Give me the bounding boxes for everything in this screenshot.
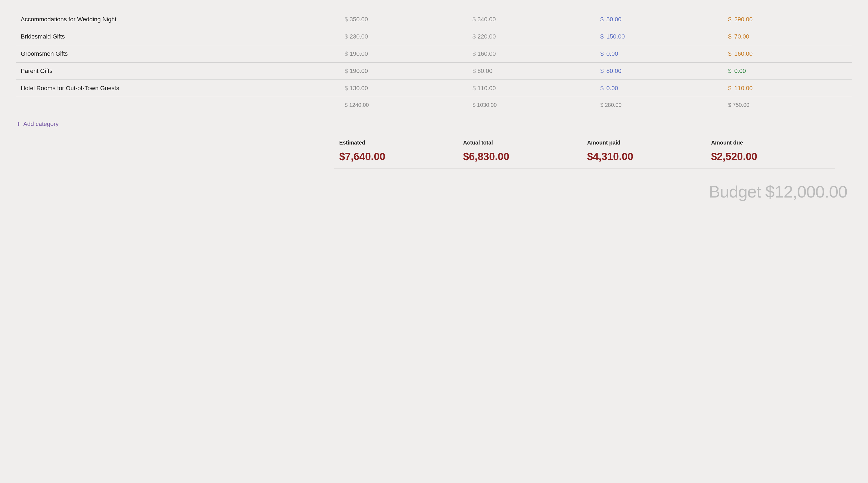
category-name: Hotel Rooms for Out-of-Town Guests [17,80,340,97]
subtotal-due: $ 750.00 [724,97,851,113]
budget-display: Budget $12,000.00 [17,174,851,204]
paid-cell: $ 0.00 [596,80,723,97]
due-cell: $ 70.00 [724,28,851,45]
dollar-icon: $ [728,85,733,91]
category-name: Accommodations for Wedding Night [17,11,340,28]
due-cell: $ 110.00 [724,80,851,97]
category-name: Groomsmen Gifts [17,45,340,62]
summary-due-label: Amount due [707,137,831,148]
dollar-icon: $ [600,16,605,23]
dollar-icon: $ [345,16,348,23]
summary-due-value: $2,520.00 [707,150,831,164]
subtotal-estimated: $ 1240.00 [340,97,468,113]
summary-estimated-label: Estimated [335,137,459,148]
paid-cell: $ 50.00 [596,11,723,28]
dollar-icon: $ [600,67,605,74]
dollar-icon: $ [728,16,733,23]
paid-cell: $ 80.00 [596,62,723,80]
add-category-label: Add category [23,120,59,127]
subtotal-paid: $ 280.00 [596,97,723,113]
dollar-icon: $ [600,33,605,40]
dollar-icon: $ [728,67,733,74]
subtotals-row: $ 1240.00 $ 1030.00 $ 280.00 $ 750.00 [17,97,851,113]
estimated-cell: $350.00 [340,11,468,28]
estimated-cell: $230.00 [340,28,468,45]
dollar-icon: $ [345,85,348,91]
plus-icon: + [17,120,21,128]
summary-actual-label: Actual total [459,137,583,148]
dollar-icon: $ [472,16,476,23]
summary-divider [334,169,835,169]
table-row: Accommodations for Wedding Night $350.00… [17,11,851,28]
category-name: Parent Gifts [17,62,340,80]
dollar-icon: $ [472,67,476,74]
actual-cell: $110.00 [468,80,596,97]
add-category-button[interactable]: + Add category [17,113,851,135]
table-row: Bridesmaid Gifts $230.00 $220.00 $ 150.0… [17,28,851,45]
dollar-icon: $ [600,85,605,91]
dollar-icon: $ [728,33,733,40]
dollar-icon: $ [345,67,348,74]
table-row: Groomsmen Gifts $190.00 $160.00 $ 0.00 $… [17,45,851,62]
dollar-icon: $ [345,33,348,40]
table-row: Parent Gifts $190.00 $80.00 $ 80.00 $ 0.… [17,62,851,80]
dollar-icon: $ [472,50,476,57]
table-row: Hotel Rooms for Out-of-Town Guests $130.… [17,80,851,97]
estimated-cell: $190.00 [340,62,468,80]
summary-paid-value: $4,310.00 [583,150,707,164]
budget-table: Accommodations for Wedding Night $350.00… [17,11,851,113]
due-cell: $ 160.00 [724,45,851,62]
paid-cell: $ 0.00 [596,45,723,62]
summary-section: Estimated Actual total Amount paid Amoun… [17,137,851,164]
paid-cell: $ 150.00 [596,28,723,45]
summary-estimated-value: $7,640.00 [335,150,459,164]
actual-cell: $340.00 [468,11,596,28]
due-cell: $ 290.00 [724,11,851,28]
actual-cell: $220.00 [468,28,596,45]
dollar-icon: $ [472,85,476,91]
category-name: Bridesmaid Gifts [17,28,340,45]
actual-cell: $80.00 [468,62,596,80]
dollar-icon: $ [600,50,605,57]
estimated-cell: $190.00 [340,45,468,62]
actual-cell: $160.00 [468,45,596,62]
estimated-cell: $130.00 [340,80,468,97]
due-cell: $ 0.00 [724,62,851,80]
budget-total-label: Budget $12,000.00 [709,182,847,201]
summary-paid-label: Amount paid [583,137,707,148]
dollar-icon: $ [472,33,476,40]
dollar-icon: $ [345,50,348,57]
subtotal-actual: $ 1030.00 [468,97,596,113]
summary-actual-value: $6,830.00 [459,150,583,164]
dollar-icon: $ [728,50,733,57]
